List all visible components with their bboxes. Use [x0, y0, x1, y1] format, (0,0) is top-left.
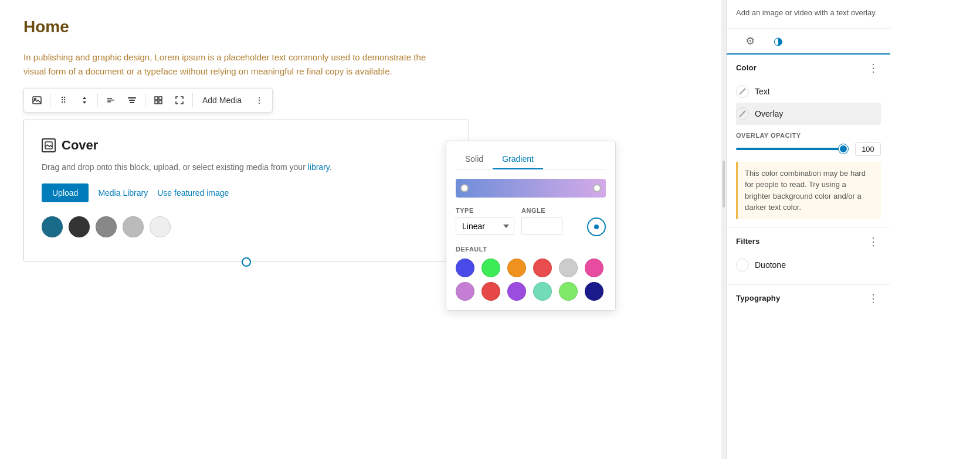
gradient-stop-left[interactable] — [460, 184, 469, 192]
toolbar-text-align-left[interactable] — [101, 91, 120, 110]
default-label: DEFAULT — [456, 246, 606, 253]
settings-tab[interactable]: ⚙ — [736, 29, 764, 55]
toolbar-text-align-center[interactable] — [123, 91, 141, 110]
main-scrollbar[interactable] — [721, 0, 726, 459]
toolbar-image-icon[interactable] — [28, 91, 46, 110]
toolbar-fullscreen-icon[interactable] — [170, 91, 189, 110]
type-select[interactable]: Linear Radial Conic — [456, 217, 514, 235]
angle-input[interactable] — [521, 217, 562, 235]
default-swatch-luminous-green[interactable] — [559, 282, 578, 301]
toolbar-divider-3 — [145, 93, 145, 107]
sidebar-icon-tabs: ⚙ ◑ — [727, 29, 890, 55]
toolbar-add-media-button[interactable]: Add Media — [196, 93, 247, 107]
cover-drag-text: Drag and drop onto this block, upload, o… — [42, 162, 451, 172]
color-item-overlay[interactable]: Overlay — [736, 103, 881, 125]
cover-block-header: Cover — [42, 138, 451, 153]
tab-solid[interactable]: Solid — [456, 151, 493, 169]
svg-rect-6 — [159, 97, 162, 100]
color-item-text[interactable]: Text — [736, 80, 881, 103]
opacity-slider-wrap — [736, 148, 848, 150]
opacity-value-input[interactable]: 100 — [855, 142, 881, 156]
filter-duotone-item[interactable]: Duotone — [736, 254, 881, 276]
default-swatch-purple-crush[interactable] — [507, 282, 526, 301]
color-section-header: Color ⋮ — [736, 63, 881, 73]
angle-wrap: ANGLE — [521, 207, 580, 235]
cover-block-title: Cover — [62, 138, 98, 153]
default-swatch-luminous-amber[interactable] — [507, 259, 526, 277]
cover-color-swatches — [42, 216, 451, 237]
tab-gradient[interactable]: Gradient — [493, 151, 543, 169]
opacity-row: 100 — [736, 142, 881, 156]
picker-tabs: Solid Gradient — [456, 151, 606, 169]
color-section-title: Color — [736, 63, 757, 72]
svg-rect-4 — [130, 102, 134, 103]
typography-section-title: Typography — [736, 294, 780, 302]
default-swatch-vivid-red[interactable] — [533, 259, 552, 277]
type-label: TYPE — [456, 207, 514, 214]
type-select-wrap: TYPE Linear Radial Conic — [456, 207, 514, 235]
gradient-stop-right[interactable] — [593, 184, 601, 192]
toolbar-grid-icon[interactable] — [149, 91, 168, 110]
toolbar-more-options[interactable]: ⋮ — [250, 91, 269, 110]
gradient-bar — [456, 179, 606, 198]
swatch-4[interactable] — [123, 216, 144, 237]
swatch-1[interactable] — [42, 216, 63, 237]
main-content: Home In publishing and graphic design, L… — [0, 0, 721, 459]
lorem-paragraph: In publishing and graphic design, Lorem … — [23, 50, 446, 79]
svg-rect-8 — [159, 101, 162, 104]
default-swatch-vivid-pink[interactable] — [585, 259, 603, 277]
angle-circle-button[interactable] — [587, 217, 606, 236]
opacity-slider[interactable] — [736, 148, 848, 150]
default-swatch-vivid-green[interactable] — [481, 259, 500, 277]
overlay-color-slash — [739, 110, 745, 117]
typography-section-more-button[interactable]: ⋮ — [866, 293, 881, 304]
svg-rect-3 — [129, 100, 135, 101]
overlay-color-label: Overlay — [755, 109, 783, 118]
cover-block-icon — [42, 138, 56, 152]
filters-section: Filters ⋮ Duotone — [727, 228, 890, 285]
duotone-circle — [736, 259, 749, 271]
default-colors-grid — [456, 259, 606, 301]
text-color-circle — [736, 85, 749, 98]
media-library-button[interactable]: Media Library — [98, 188, 148, 198]
color-picker-popup: Solid Gradient TYPE Linear Radial Conic … — [446, 141, 616, 311]
swatch-3[interactable] — [96, 216, 117, 237]
sidebar-description: Add an image or video with a text overla… — [727, 0, 890, 29]
swatch-2[interactable] — [69, 216, 90, 237]
toolbar-move-up-down[interactable] — [75, 91, 94, 110]
featured-image-button[interactable]: Use featured image — [157, 188, 229, 198]
styles-tab[interactable]: ◑ — [764, 29, 792, 55]
cover-actions: Upload Media Library Use featured image — [42, 183, 451, 202]
text-color-slash — [739, 88, 745, 94]
toolbar-divider-4 — [192, 93, 193, 107]
toolbar-divider-2 — [97, 93, 98, 107]
typography-section: Typography ⋮ — [727, 285, 890, 319]
default-swatch-light-purple[interactable] — [456, 282, 474, 301]
default-swatch-vivid-blue[interactable] — [456, 259, 474, 277]
cover-block: Cover Drag and drop onto this block, upl… — [23, 120, 469, 261]
filters-section-title: Filters — [736, 237, 759, 246]
main-scrollbar-thumb — [723, 161, 725, 208]
duotone-label: Duotone — [755, 260, 786, 270]
block-toolbar: ⠿ — [23, 88, 273, 113]
text-color-label: Text — [755, 87, 770, 96]
overlay-opacity-section: OVERLAY OPACITY 100 — [736, 132, 881, 156]
default-swatch-navy-blue[interactable] — [585, 282, 603, 301]
upload-button[interactable]: Upload — [42, 183, 89, 202]
swatch-5[interactable] — [150, 216, 171, 237]
default-swatch-light-gray[interactable] — [559, 259, 578, 277]
default-swatch-light-teal[interactable] — [533, 282, 552, 301]
picker-type-angle-row: TYPE Linear Radial Conic ANGLE — [456, 207, 606, 236]
default-swatch-vivid-red-2[interactable] — [481, 282, 500, 301]
angle-circle-indicator — [594, 225, 599, 229]
color-section: Color ⋮ Text Overlay OVERLAY OPACITY 1 — [727, 55, 890, 228]
cover-drag-handle[interactable] — [242, 257, 251, 267]
filters-section-more-button[interactable]: ⋮ — [866, 236, 881, 247]
overlay-color-circle — [736, 107, 749, 120]
svg-rect-5 — [155, 97, 158, 100]
svg-rect-2 — [128, 97, 136, 98]
color-section-more-button[interactable]: ⋮ — [866, 63, 881, 73]
toolbar-divider-1 — [50, 93, 50, 107]
library-link[interactable]: library — [308, 162, 330, 172]
toolbar-drag-icon[interactable]: ⠿ — [54, 91, 73, 110]
